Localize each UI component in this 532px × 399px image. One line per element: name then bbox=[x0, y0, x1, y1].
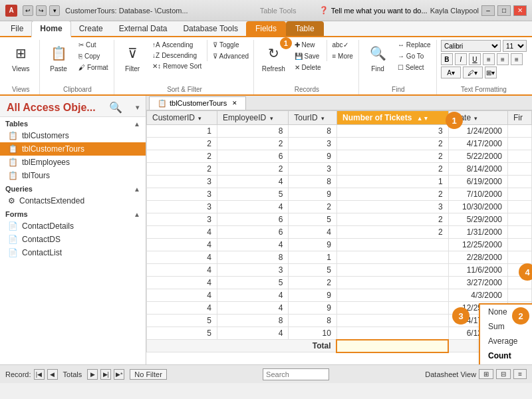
tab-home[interactable]: Home bbox=[31, 21, 70, 37]
first-record-btn[interactable]: |◀ bbox=[34, 369, 45, 380]
next-record-btn[interactable]: ▶ bbox=[87, 369, 98, 380]
find-label: Find bbox=[371, 65, 384, 72]
sidebar-item-tblemployees[interactable]: 📋 tblEmployees bbox=[0, 156, 146, 169]
view-button[interactable]: ⊞ Views bbox=[6, 40, 35, 75]
cell: 1 bbox=[289, 251, 337, 264]
goto-button[interactable]: → Go To bbox=[395, 51, 433, 61]
sidebar-item-contactds[interactable]: 📄 ContactDS bbox=[0, 233, 146, 246]
cell: 2 bbox=[147, 150, 217, 163]
tab-fields[interactable]: Fields bbox=[246, 21, 286, 36]
grid-btn[interactable]: ⊞▾ bbox=[485, 66, 497, 78]
delete-record-button[interactable]: ✕ Delete bbox=[292, 63, 324, 72]
underline-btn[interactable]: U bbox=[469, 53, 481, 65]
cell: 4 bbox=[289, 226, 337, 239]
filter-button[interactable]: ⊽ Filter bbox=[118, 40, 147, 75]
queries-chevron[interactable]: ▲ bbox=[134, 186, 140, 193]
cell: 4 bbox=[147, 289, 217, 302]
cell: 2 bbox=[336, 163, 448, 176]
dropdown-count[interactable]: Count bbox=[480, 348, 532, 363]
filter-status[interactable]: No Filter bbox=[130, 369, 167, 380]
format-painter-button[interactable]: 🖌 Format bbox=[76, 63, 110, 72]
font-size-select[interactable]: 11 bbox=[503, 40, 527, 52]
col-customerid[interactable]: CustomerID ▾ bbox=[147, 111, 217, 125]
sidebar-search-icon[interactable]: 🔍 bbox=[109, 101, 122, 114]
paste-button[interactable]: 📋 Paste bbox=[44, 40, 73, 75]
minimize-btn[interactable]: – bbox=[481, 5, 495, 16]
doc-tab-close[interactable]: ✕ bbox=[232, 100, 237, 106]
col-employeeid[interactable]: EmployeeID ▾ bbox=[217, 111, 288, 125]
sort-filter-label: Sort & Filter bbox=[167, 86, 202, 94]
undo-btn[interactable]: ↩ bbox=[23, 5, 33, 16]
table-row: 46421/31/2000 bbox=[147, 226, 532, 239]
more-records-button[interactable]: ≡ More bbox=[330, 51, 356, 61]
cut-button[interactable]: ✂ Cut bbox=[76, 40, 110, 50]
tab-external[interactable]: External Data bbox=[111, 21, 176, 36]
descending-icon: ↓Z bbox=[152, 52, 160, 59]
font-color-btn[interactable]: A▾ bbox=[441, 66, 461, 78]
find-button[interactable]: 🔍 Find bbox=[363, 40, 392, 75]
tab-file[interactable]: File bbox=[3, 21, 31, 36]
align-center-btn[interactable]: ≡ bbox=[497, 53, 509, 65]
sidebar-item-tblcustomertours[interactable]: 📋 tblCustomerTours bbox=[0, 142, 146, 156]
search-input[interactable] bbox=[263, 368, 329, 380]
sidebar-item-tbltours[interactable]: 📋 tblTours bbox=[0, 169, 146, 182]
ascending-button[interactable]: ↑A Ascending bbox=[150, 40, 204, 50]
save-record-button[interactable]: 💾 Save bbox=[292, 51, 324, 61]
cell bbox=[508, 289, 532, 302]
data-table: CustomerID ▾ EmployeeID ▾ TourID ▾ Numbe… bbox=[146, 110, 532, 353]
doc-tab-customertours[interactable]: 📋 tblCustomerTours ✕ bbox=[149, 96, 246, 110]
tables-chevron[interactable]: ▲ bbox=[134, 120, 140, 128]
bg-color-btn[interactable]: 🖊▾ bbox=[463, 66, 483, 78]
refresh-button[interactable]: ↻ Refresh 1 bbox=[258, 40, 289, 75]
replace-button[interactable]: ↔ Replace bbox=[395, 40, 433, 50]
align-left-btn[interactable]: ≡ bbox=[483, 53, 495, 65]
callout-2: 2 bbox=[512, 307, 529, 325]
close-btn[interactable]: ✕ bbox=[513, 5, 527, 16]
tab-table[interactable]: Table bbox=[286, 21, 324, 36]
dropdown-average[interactable]: Average bbox=[480, 334, 532, 348]
layout-view-btn[interactable]: ≡ bbox=[513, 369, 527, 379]
sidebar-item-contactlist[interactable]: 📄 ContactList bbox=[0, 246, 146, 259]
tab-create[interactable]: Create bbox=[71, 21, 111, 36]
italic-btn[interactable]: I bbox=[455, 53, 467, 65]
sidebar-chevron[interactable]: ▾ bbox=[136, 104, 139, 111]
tblcustomers-label: tblCustomers bbox=[22, 131, 69, 140]
quick-btn[interactable]: ▾ bbox=[49, 5, 60, 16]
spell-check-button[interactable]: abc✓ bbox=[330, 40, 356, 50]
cell bbox=[508, 251, 532, 264]
new-record-button[interactable]: ✚ New bbox=[292, 40, 324, 50]
sidebar-item-tblcustomers[interactable]: 📋 tblCustomers bbox=[0, 129, 146, 142]
col-tourid[interactable]: TourID ▾ bbox=[289, 111, 337, 125]
align-right-btn[interactable]: ≡ bbox=[511, 53, 523, 65]
col-numtickets[interactable]: Number of Tickets ▲▾ bbox=[336, 111, 448, 125]
prev-record-btn[interactable]: ◀ bbox=[47, 369, 58, 380]
table-row: 4812/28/2000 bbox=[147, 251, 532, 264]
view-icon: ⊞ bbox=[10, 43, 31, 64]
redo-btn[interactable]: ↪ bbox=[36, 5, 47, 16]
pivot-view-btn[interactable]: ⊟ bbox=[496, 369, 511, 379]
toggle-filter-button[interactable]: ⊽ Toggle bbox=[210, 40, 251, 50]
col-fir[interactable]: Fir bbox=[508, 111, 532, 125]
new-record-nav-btn[interactable]: ▶* bbox=[114, 369, 124, 380]
advanced-filter-button[interactable]: ⊽ Advanced bbox=[210, 51, 251, 61]
employeeid-dropdown-icon: ▾ bbox=[270, 115, 273, 122]
remove-sort-button[interactable]: ✕↕ Remove Sort bbox=[150, 61, 204, 71]
filter-btns: ⊽ Toggle ⊽ Advanced bbox=[207, 40, 251, 61]
font-select[interactable]: Calibri bbox=[441, 40, 501, 52]
contactds-label: ContactDS bbox=[22, 235, 61, 244]
datasheet-view-btn[interactable]: ⊞ bbox=[479, 369, 493, 379]
descending-button[interactable]: ↓Z Descending bbox=[150, 51, 204, 61]
sidebar-item-contactdetails[interactable]: 📄 ContactDetails bbox=[0, 219, 146, 233]
dropdown-maximum[interactable]: Maximum bbox=[480, 363, 532, 364]
forms-chevron[interactable]: ▲ bbox=[134, 211, 140, 218]
last-record-btn[interactable]: ▶| bbox=[100, 369, 111, 380]
cell: 5/29/2000 bbox=[448, 213, 507, 226]
sidebar-item-contactsextended[interactable]: ⚙ ContactsExtended bbox=[0, 194, 146, 207]
cell: 4 bbox=[217, 327, 288, 340]
table-row: 36525/29/2000 bbox=[147, 213, 532, 226]
bold-btn[interactable]: B bbox=[441, 53, 453, 65]
select-button[interactable]: ☐ Select bbox=[395, 63, 433, 72]
tab-dbtools[interactable]: Database Tools bbox=[175, 21, 246, 36]
maximize-btn[interactable]: □ bbox=[497, 5, 511, 16]
copy-button[interactable]: ⎘ Copy bbox=[76, 51, 110, 61]
